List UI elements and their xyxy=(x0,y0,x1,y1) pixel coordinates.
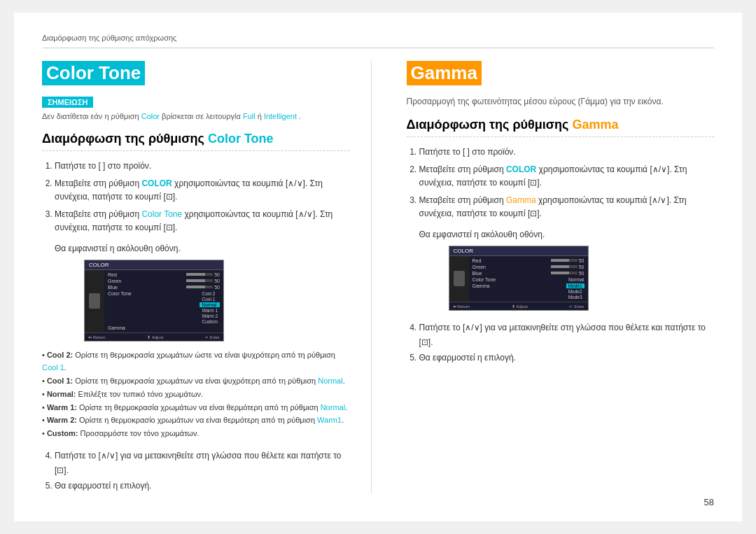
step-2-right: Μεταβείτε στη ρύθμιση COLOR χρησιμοποιών… xyxy=(419,163,715,190)
color-tone-subsection-title: Διαμόρφωση της ρύθμισης Color Tone xyxy=(42,132,350,151)
gamma-section: Gamma Προσαρμογή της φωτεινότητας μέσου … xyxy=(400,61,715,494)
step-screen-label-left: Θα εμφανιστεί η ακόλουθη οθόνη. xyxy=(55,242,350,255)
menu-title-right: COLOR xyxy=(449,246,588,256)
r-menu-row-colortone: Color Tone Normal xyxy=(471,276,586,283)
gamma-title: Gamma xyxy=(407,61,482,85)
step-5-left: Θα εφαρμοστεί η επιλογή. xyxy=(55,479,350,494)
step-1-right: Πατήστε το [ ] στο προϊόν. xyxy=(419,146,715,159)
r-menu-row-green: Green 50 xyxy=(471,264,586,270)
color-tone-title: Color Tone xyxy=(42,61,145,85)
gamma-subtitle: Προσαρμογή της φωτεινότητας μέσου εύρους… xyxy=(407,95,715,108)
bullet-custom: Custom: Προσαρμόστε τον τόνο χρωμάτων. xyxy=(42,427,350,440)
menu-row-gamma-left: Gamma xyxy=(106,325,221,331)
step-1-left: Πατήστε το [ ] στο προϊόν. xyxy=(55,160,350,173)
menu-row-colortone: Color Tone Cool 2 Cool 1 Normal Warm 1 W… xyxy=(106,290,221,325)
menu-title-left: COLOR xyxy=(85,260,223,270)
menu-row-red: Red 50 xyxy=(106,272,221,278)
menu-bottom-bar-left: ⬅ Return ⬆ Adjust ↵ Enter xyxy=(85,332,223,341)
bullet-cool1: Cool 1: Ορίστε τη θερμοκρασία χρωμάτων ν… xyxy=(42,374,350,388)
r-menu-row-gamma: Gamma Mode1 Mode2 Mode3 xyxy=(471,283,586,300)
note-color-link: Color xyxy=(141,112,160,120)
bullet-warm2: Warm 2: Ορίστε η θερμοκρασίο χρωμάτων να… xyxy=(42,414,350,427)
gamma-step4-5: Πατήστε το [∧/∨] για να μετακινηθείτε στ… xyxy=(407,321,715,366)
color-tone-bullets: Cool 2: Ορίστε τη θερμοκρασία χρωμάτων ώ… xyxy=(42,349,350,440)
color-tone-step4-5: Πατήστε το [∧/∨] για να μετακινηθείτε στ… xyxy=(42,449,350,494)
note-text: Δεν διατίθεται εάν η ρύθμιση Color βρίσκ… xyxy=(42,112,350,120)
menu-row-green: Green 50 xyxy=(106,278,221,284)
step-4-right: Πατήστε το [∧/∨] για να μετακινηθείτε στ… xyxy=(419,321,715,351)
note-full-link: Full xyxy=(243,112,255,120)
gamma-subsection-title: Διαμόρφωση της ρύθμισης Gamma xyxy=(407,118,715,137)
note-label: ΣΗΜΕΙΩΣΗ xyxy=(42,97,93,108)
page-container: Διαμόρφωση της ρύθμισης απόχρωσης Color … xyxy=(14,13,742,522)
color-tone-section: Color Tone ΣΗΜΕΙΩΣΗ Δεν διατίθεται εάν η… xyxy=(42,61,372,494)
breadcrumb: Διαμόρφωση της ρύθμισης απόχρωσης xyxy=(42,34,714,48)
menu-bottom-bar-right: ⬅ Return ⬆ Adjust ↵ Enter xyxy=(449,302,588,310)
step-4-left: Πατήστε το [∧/∨] για να μετακινηθείτε στ… xyxy=(55,449,350,479)
monitor-screen-right: COLOR Red 50 Gr xyxy=(449,246,589,311)
note-intelligent-link: Intelligent xyxy=(264,112,297,120)
step-2-left: Μεταβείτε στη ρύθμιση COLOR χρησιμοποιών… xyxy=(55,177,350,204)
step-5-right: Θα εφαρμοστεί η επιλογή. xyxy=(419,351,715,366)
r-menu-row-red: Red 50 xyxy=(471,258,586,264)
step-screen-label-right: Θα εμφανιστεί η ακόλουθη οθόνη. xyxy=(419,228,715,241)
r-menu-row-blue: Blue 50 xyxy=(471,270,586,276)
bullet-warm1: Warm 1: Ορίστε τη θερμοκρασία χρωμάτων ν… xyxy=(42,401,350,414)
step-3-left: Μεταβείτε στη ρύθμιση Color Tone χρησιμο… xyxy=(55,208,350,234)
color-tone-steps: Πατήστε το [ ] στο προϊόν. Μεταβείτε στη… xyxy=(42,160,350,255)
monitor-screen-left: COLOR Red 50 Gr xyxy=(84,260,224,342)
page-number: 58 xyxy=(704,497,714,507)
gamma-steps: Πατήστε το [ ] στο προϊόν. Μεταβείτε στη… xyxy=(407,146,715,241)
menu-row-blue: Blue 50 xyxy=(106,284,221,290)
step-3-right: Μεταβείτε στη ρύθμιση Gamma χρησιμοποιών… xyxy=(419,194,715,220)
two-column-layout: Color Tone ΣΗΜΕΙΩΣΗ Δεν διατίθεται εάν η… xyxy=(42,61,714,494)
bullet-cool2: Cool 2: Ορίστε τη θερμοκρασία χρωμάτων ώ… xyxy=(42,349,350,374)
bullet-normal: Normal: Επιλέξτε τον τυπικό τόνο χρωμάτω… xyxy=(42,388,350,401)
